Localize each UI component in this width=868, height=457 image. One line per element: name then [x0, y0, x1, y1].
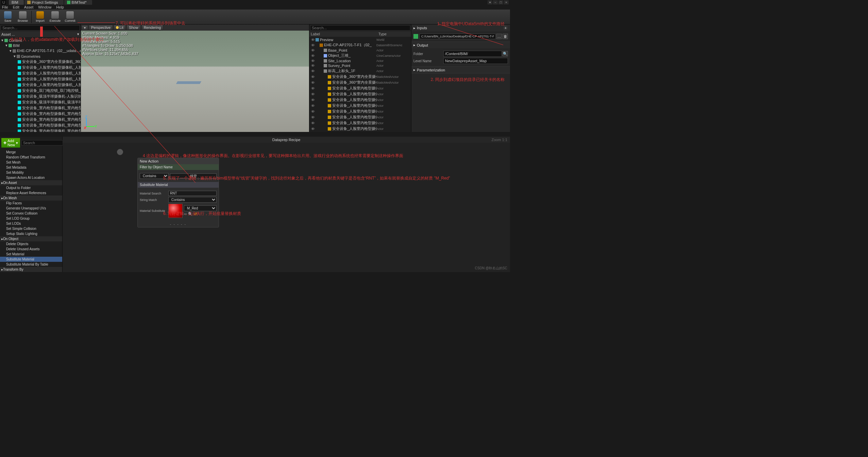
tab-bimtest[interactable]: BIMTest* — [64, 0, 92, 5]
outliner-row[interactable]: 👁 安全设备_人脸室内枪型摄像机_人 Actor — [309, 91, 411, 97]
lit-button[interactable]: Lit — [114, 25, 126, 30]
tab-bim[interactable]: BIM — [9, 0, 24, 5]
perspective-button[interactable]: Perspective — [89, 25, 113, 30]
visibility-icon[interactable]: 👁 — [310, 54, 316, 58]
visibility-icon[interactable]: 👁 — [310, 98, 316, 102]
console-icon[interactable]: ▾ — [488, 0, 492, 4]
outliner-row[interactable]: 👁 安全设备_360°室内全景摄像机_36 StaticMeshActor — [309, 74, 411, 80]
col-label[interactable]: Label — [309, 31, 377, 37]
outliner-row[interactable]: 👁 Object_三维_ CineCameraActor — [309, 53, 411, 58]
tree-row[interactable]: 安全设备_双门电控锁_双门电控锁_1 — [0, 88, 81, 94]
execute-button[interactable]: Execute — [49, 10, 62, 24]
outliner-tree[interactable]: 👁 Preview World 👁 EHE-CP-AP2701-T-F1（02_… — [309, 37, 411, 132]
tree-row[interactable]: ▾Geometries — [0, 54, 81, 59]
tree-row[interactable]: 安全设备_人脸室内枪型摄像机_人脸… — [0, 65, 81, 70]
action-item[interactable]: Set Mesh — [0, 160, 62, 165]
tree-row[interactable]: 安全设备_室内枪型摄像机_室内枪型… — [0, 128, 81, 132]
contains-select[interactable]: Contains — [140, 173, 169, 179]
tree-row[interactable]: 安全设备_室内枪型摄像机_室内枪型… — [0, 105, 81, 111]
browse-path-button[interactable]: … — [496, 34, 502, 39]
string-match-select[interactable]: Contains — [168, 197, 217, 203]
minimize-button[interactable]: − — [493, 0, 498, 4]
maximize-button[interactable]: □ — [498, 0, 503, 4]
visibility-icon[interactable]: 👁 — [310, 115, 316, 119]
tree-row[interactable]: 安全设备_人脸室内枪型摄像机_人脸… — [0, 76, 81, 82]
visibility-icon[interactable]: 👁 — [310, 43, 316, 47]
add-new-button[interactable]: ✚ Add New ▾ — [1, 138, 20, 148]
visibility-icon[interactable]: 👁 — [310, 48, 316, 52]
action-item[interactable]: Merge — [0, 150, 62, 155]
menu-window[interactable]: Window — [38, 5, 51, 9]
level-name-field[interactable] — [443, 58, 508, 64]
tree-row[interactable]: 安全设备_吸顶半球摄像机-人脸识别… — [0, 94, 81, 99]
close-button[interactable]: × — [504, 0, 509, 4]
commit-button[interactable]: Commit — [64, 10, 76, 24]
add-input-button[interactable]: + — [503, 26, 508, 30]
menu-edit[interactable]: Edit — [13, 5, 19, 9]
action-tree[interactable]: MergeRandom Offset TransformSet MeshSet … — [0, 149, 62, 272]
outliner-row[interactable]: 👁 安全设备_人脸室内枪型摄像机_人 Actor — [309, 114, 411, 120]
outliner-search-input[interactable] — [310, 25, 410, 31]
mat-search-input[interactable] — [168, 191, 217, 196]
outliner-row[interactable]: 👁 Base_Point Actor — [309, 48, 411, 53]
asset-tree[interactable]: ▾Content ▾BIM ▾EHE-CP-AP2701-T-F1（02__ud… — [0, 37, 81, 132]
action-item[interactable]: Random Offset Transform — [0, 155, 62, 160]
tree-row[interactable]: 安全设备_室内枪型摄像机_室内枪型… — [0, 117, 81, 122]
tree-row[interactable]: 安全设备_室内枪型摄像机_室内枪型… — [0, 111, 81, 117]
action-category[interactable]: ▸On Mesh — [0, 196, 62, 201]
outliner-row[interactable]: 👁 标高_上标头_1F Actor — [309, 68, 411, 74]
action-item[interactable]: Delete Objects — [0, 241, 62, 247]
import-button[interactable]: Import — [34, 10, 47, 24]
outliner-row[interactable]: 👁 安全设备_人脸室内枪型摄像机_人 Actor — [309, 120, 411, 126]
tree-row[interactable]: ▾Content — [0, 38, 81, 43]
menu-asset[interactable]: Asset — [24, 5, 34, 9]
output-section-header[interactable]: ▸ Output — [411, 42, 510, 48]
action-category[interactable]: ▸On Asset — [0, 180, 62, 185]
outliner-row[interactable]: 👁 安全设备_360°室内全景摄像机_36 StaticMeshActor — [309, 80, 411, 85]
outliner-row[interactable]: 👁 安全设备_双门电控锁_双门电控锁 StaticMeshActor — [309, 132, 411, 132]
action-item[interactable]: Set LODs — [0, 221, 62, 226]
visibility-icon[interactable]: 👁 — [310, 109, 316, 114]
visibility-icon[interactable]: 👁 — [310, 69, 316, 73]
visibility-icon[interactable]: 👁 — [310, 92, 316, 96]
filter-value-input[interactable] — [170, 173, 217, 179]
folder-field[interactable] — [443, 51, 502, 57]
tree-row[interactable]: 安全设备_人脸室内枪型摄像机_人脸… — [0, 82, 81, 88]
tree-row[interactable]: 安全设备_室内枪型摄像机_室内枪型… — [0, 122, 81, 128]
3d-viewport[interactable]: Current Screen Size: 1.000#Static Meshes… — [81, 31, 309, 132]
action-item[interactable]: Set Mobility — [0, 170, 62, 175]
node-add-step[interactable]: - - - - - — [138, 221, 219, 227]
rendering-button[interactable]: Rendering — [141, 25, 164, 30]
menu-help[interactable]: Help — [56, 5, 64, 9]
outliner-row[interactable]: 👁 Survey_Point Actor — [309, 63, 411, 68]
reset-icon[interactable]: ↺ — [194, 212, 197, 216]
action-item[interactable]: Set Metadata — [0, 165, 62, 170]
action-item[interactable]: Substitute Material — [0, 257, 62, 262]
action-category[interactable]: ▸Transform By — [0, 267, 62, 272]
outliner-row[interactable]: 👁 安全设备_人脸室内枪型摄像机_人 Actor — [309, 108, 411, 114]
action-item[interactable]: Flip Faces — [0, 201, 62, 206]
tree-row[interactable]: ▾BIM — [0, 43, 81, 48]
outliner-row[interactable]: 👁 Site_Location Actor — [309, 58, 411, 63]
tree-row[interactable]: 安全设备_人脸室内枪型摄像机_人脸… — [0, 70, 81, 76]
visibility-icon[interactable]: 👁 — [310, 38, 316, 42]
visibility-icon[interactable]: 👁 — [310, 75, 316, 79]
action-item[interactable]: Generate Unwrapped UVs — [0, 206, 62, 211]
browse-asset-icon[interactable]: 🔍 — [188, 212, 193, 216]
use-selected-icon[interactable]: ⇐ — [184, 212, 187, 216]
action-item[interactable]: Set Convex Collision — [0, 211, 62, 216]
action-node[interactable]: New Action Filter by Object Name Contain… — [137, 158, 219, 227]
outliner-row[interactable]: 👁 Preview World — [309, 37, 411, 42]
action-item[interactable]: Output to Folder — [0, 185, 62, 190]
save-button[interactable]: Save — [1, 10, 14, 24]
action-category[interactable]: ▸On Object — [0, 236, 62, 241]
node-connector[interactable] — [117, 149, 123, 155]
tree-row[interactable]: ▾EHE-CP-AP2701-T-F1（02__udata…mi — [0, 48, 81, 54]
material-thumbnail[interactable] — [168, 204, 183, 218]
outliner-row[interactable]: 👁 EHE-CP-AP2701-T-F1（02_ DatasmithSceneA… — [309, 42, 411, 48]
visibility-icon[interactable]: 👁 — [310, 64, 316, 68]
action-item[interactable]: Set Material — [0, 252, 62, 257]
tree-row[interactable]: 安全设备_吸顶半球摄像机_吸顶半球… — [0, 99, 81, 105]
action-item[interactable]: Set Simple Collision — [0, 226, 62, 231]
outliner-row[interactable]: 👁 安全设备_人脸室内枪型摄像机_人 Actor — [309, 103, 411, 108]
